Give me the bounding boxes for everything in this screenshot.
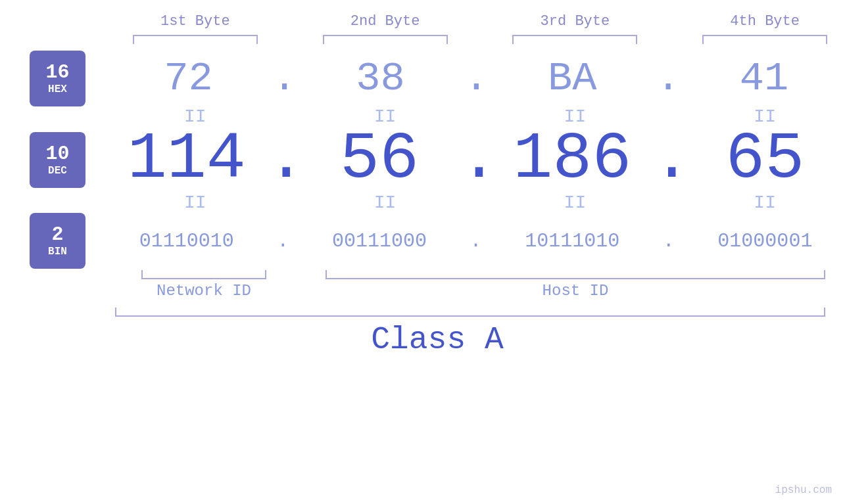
byte-col-3: 3rd Byte: [495, 13, 656, 30]
bin-dot-2: .: [460, 231, 493, 251]
eq2-3-col: II: [495, 193, 656, 213]
dec-row: 10 DEC 114 . 56 . 186 . 65: [30, 127, 845, 193]
dec-dot-sep-1: .: [266, 127, 299, 193]
bin-byte-1: 01110010: [107, 231, 266, 251]
hex-dot-sep-1: .: [272, 58, 297, 99]
bin-dot-1: .: [266, 231, 299, 251]
dec-badge-number: 10: [45, 143, 69, 165]
dec-badge-label: DEC: [48, 165, 67, 177]
dec-dot-2: .: [460, 127, 493, 193]
bracket-top-4: [702, 35, 827, 44]
main-container: 1st Byte 2nd Byte 3rd Byte 4th Byte: [0, 0, 845, 504]
hex-badge-number: 16: [45, 62, 69, 83]
dec-dot-sep-2: .: [460, 127, 493, 193]
hex-dot-sep-3: .: [656, 58, 680, 99]
bin-badge-label: BIN: [48, 246, 67, 258]
watermark: ipshu.com: [775, 484, 832, 496]
bracket-dot-space-1: [293, 270, 326, 279]
bin-value-1: 01110010: [139, 231, 234, 251]
bracket-top-2-col: [305, 32, 466, 44]
eq2-2-col: II: [305, 193, 466, 213]
byte-col-1: 1st Byte: [115, 13, 276, 30]
class-label: Class A: [30, 322, 845, 357]
content-area: 1st Byte 2nd Byte 3rd Byte 4th Byte: [0, 13, 845, 357]
bin-byte-4: 01000001: [685, 231, 845, 251]
network-bracket-bottom: [141, 270, 266, 279]
dec-dot-1: .: [266, 127, 299, 193]
bin-dot-sep-1: .: [266, 231, 299, 251]
bin-value-4: 01000001: [717, 231, 812, 251]
top-brackets-row: [30, 32, 845, 44]
dec-byte-2: 56: [299, 127, 459, 193]
network-bracket-col: [115, 270, 293, 279]
bracket-top-3: [512, 35, 637, 44]
host-id-label-col: Host ID: [326, 282, 825, 300]
host-bracket-area: [326, 270, 825, 279]
equals-row-2: II II II II: [30, 193, 845, 213]
hex-dot-sep-2: .: [464, 58, 489, 99]
dec-byte-1: 114: [107, 127, 266, 193]
dec-value-2: 56: [340, 127, 419, 193]
byte-header-1: 1st Byte: [160, 13, 230, 30]
hex-badge: 16 HEX: [30, 51, 85, 106]
byte-col-4: 4th Byte: [685, 13, 845, 30]
bin-badge-number: 2: [51, 224, 63, 246]
byte-header-2: 2nd Byte: [350, 13, 420, 30]
hex-byte-3: BA: [491, 58, 653, 99]
dec-value-1: 114: [128, 127, 246, 193]
bracket-top-2: [323, 35, 448, 44]
dec-dot-sep-3: .: [652, 127, 685, 193]
class-label-row: Class A: [30, 319, 845, 357]
hex-value-4: 41: [740, 58, 788, 99]
hex-value-3: BA: [548, 58, 596, 99]
hex-byte-2: 38: [299, 58, 461, 99]
dec-value-3: 186: [513, 127, 631, 193]
hex-badge-label: HEX: [48, 83, 67, 95]
bin-badge-area: 2 BIN: [30, 213, 107, 269]
eq2-1-col: II: [115, 193, 276, 213]
equals-2-3: II: [558, 193, 591, 213]
equals-2-1: II: [179, 193, 212, 213]
dec-badge-area: 10 DEC: [30, 132, 107, 188]
bin-row: 2 BIN 01110010 . 00111000 . 10111010 .: [30, 213, 845, 269]
bin-byte-2: 00111000: [299, 231, 459, 251]
byte-headers-row: 1st Byte 2nd Byte 3rd Byte 4th Byte: [30, 13, 845, 30]
label-dot-space-1: [293, 282, 326, 300]
hex-byte-1: 72: [108, 58, 270, 99]
class-bracket: [115, 308, 825, 317]
network-id-label-col: Network ID: [115, 282, 293, 300]
section-labels-row: Network ID Host ID: [30, 282, 845, 300]
bin-value-2: 00111000: [332, 231, 427, 251]
hex-dot-3: .: [653, 58, 683, 99]
byte-header-3: 3rd Byte: [541, 13, 610, 30]
network-id-label: Network ID: [157, 282, 251, 300]
dec-byte-3: 186: [493, 127, 652, 193]
bracket-top-1-col: [115, 32, 276, 44]
bottom-brackets-row: [30, 270, 845, 279]
bin-dot-sep-3: .: [652, 231, 685, 251]
bin-byte-3: 10111010: [493, 231, 652, 251]
hex-byte-4: 41: [683, 58, 845, 99]
dec-badge: 10 DEC: [30, 132, 85, 188]
hex-dot-2: .: [461, 58, 491, 99]
bin-badge: 2 BIN: [30, 213, 85, 269]
dec-dot-3: .: [652, 127, 685, 193]
bin-dot-3: .: [652, 231, 685, 251]
hex-value-2: 38: [356, 58, 404, 99]
byte-col-2: 2nd Byte: [305, 13, 466, 30]
dec-byte-4: 65: [685, 127, 845, 193]
hex-row: 16 HEX 72 . 38 . BA . 41: [30, 51, 845, 106]
bin-dot-sep-2: .: [460, 231, 493, 251]
bracket-top-4-col: [685, 32, 845, 44]
hex-dot-1: .: [270, 58, 300, 99]
equals-2-4: II: [748, 193, 781, 213]
host-bracket-bottom: [326, 270, 825, 279]
hex-value-1: 72: [164, 58, 212, 99]
bracket-top-3-col: [495, 32, 656, 44]
host-id-label: Host ID: [543, 282, 609, 300]
bin-value-3: 10111010: [525, 231, 619, 251]
equals-2-2: II: [369, 193, 402, 213]
eq2-4-col: II: [685, 193, 845, 213]
hex-badge-area: 16 HEX: [30, 51, 108, 106]
dec-value-4: 65: [725, 127, 804, 193]
